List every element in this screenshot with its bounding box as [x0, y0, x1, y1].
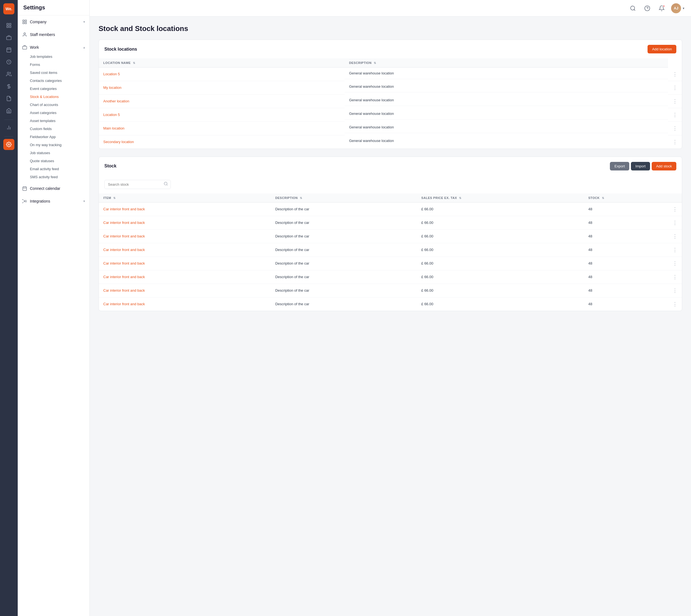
table-row: Car interior front and back Description …: [99, 243, 682, 257]
sidebar-item-company[interactable]: Company ▾: [18, 17, 89, 27]
sidebar-item-connect-calendar[interactable]: Connect calendar: [18, 183, 89, 194]
more-options-button[interactable]: ⋮: [672, 206, 677, 212]
location-name-cell: Another location: [99, 94, 345, 108]
stock-header-row: ITEM ⇅ DESCRIPTION ⇅ SALES PRICE EX. TAX…: [99, 194, 682, 202]
sidebar-item-saved-cost-items[interactable]: Saved cost items: [18, 69, 89, 76]
stock-desc-cell: Description of the car: [271, 284, 417, 297]
more-options-button[interactable]: ⋮: [672, 247, 677, 253]
stock-more-cell: ⋮: [668, 257, 682, 270]
more-options-button[interactable]: ⋮: [672, 85, 677, 91]
add-location-button[interactable]: Add location: [648, 45, 676, 53]
more-options-button[interactable]: ⋮: [672, 125, 677, 131]
nav-finance[interactable]: [3, 81, 15, 92]
more-options-button[interactable]: ⋮: [672, 287, 677, 293]
nav-calendar[interactable]: [3, 44, 15, 56]
stock-item-link[interactable]: Car interior front and back: [103, 234, 145, 238]
sidebar-item-asset-templates[interactable]: Asset templates: [18, 117, 89, 125]
stock-btn-group: Export Import Add stock: [610, 162, 676, 171]
svg-rect-18: [23, 187, 26, 191]
svg-point-7: [7, 72, 9, 74]
sidebar-item-staff[interactable]: Staff members: [18, 29, 89, 40]
app-logo[interactable]: We.: [3, 3, 15, 15]
nav-rail: We.: [0, 0, 18, 616]
sidebar-item-job-templates[interactable]: Job templates: [18, 52, 89, 61]
location-desc-text: General warehouse location: [349, 125, 664, 129]
sidebar-item-event-categories[interactable]: Event categories: [18, 85, 89, 93]
stock-item-link[interactable]: Car interior front and back: [103, 302, 145, 306]
more-options-button[interactable]: ⋮: [672, 233, 677, 239]
sidebar-item-sms-activity[interactable]: SMS activity feed: [18, 173, 89, 181]
svg-rect-17: [23, 46, 27, 49]
location-name-link[interactable]: My location: [103, 86, 122, 90]
table-row: Location 5 General warehouse location ⋮: [99, 67, 682, 81]
stock-price-cell: £ 66.00: [417, 297, 584, 311]
stock-item-link[interactable]: Car interior front and back: [103, 221, 145, 225]
add-stock-button[interactable]: Add stock: [652, 162, 676, 171]
sidebar-item-email-activity[interactable]: Email activity feed: [18, 165, 89, 173]
sidebar-item-custom-fields[interactable]: Custom fields: [18, 125, 89, 133]
nav-settings[interactable]: [3, 139, 15, 150]
col-item[interactable]: ITEM ⇅: [99, 194, 271, 202]
sidebar-item-forms[interactable]: Forms: [18, 61, 89, 69]
notifications-button[interactable]: [657, 3, 667, 13]
nav-time[interactable]: [3, 57, 15, 67]
col-stock[interactable]: STOCK ⇅: [584, 194, 668, 202]
location-name-link[interactable]: Location 5: [103, 72, 120, 76]
sidebar-item-asset-categories[interactable]: Asset categories: [18, 109, 89, 117]
stock-item-link[interactable]: Car interior front and back: [103, 275, 145, 279]
more-options-button[interactable]: ⋮: [672, 301, 677, 307]
stock-item-link[interactable]: Car interior front and back: [103, 207, 145, 211]
location-name-link[interactable]: Another location: [103, 99, 129, 103]
nav-contacts[interactable]: [3, 69, 15, 80]
col-description[interactable]: DESCRIPTION ⇅: [345, 59, 668, 67]
sidebar-item-work[interactable]: Work ▴: [18, 42, 89, 52]
nav-jobs[interactable]: [3, 32, 15, 43]
user-menu[interactable]: AJ ▾: [671, 3, 684, 13]
sidebar-item-job-statuses[interactable]: Job statuses: [18, 149, 89, 157]
nav-dashboard[interactable]: [3, 20, 15, 31]
sidebar-company-label: Company: [30, 20, 46, 24]
nav-stock[interactable]: [3, 105, 15, 116]
sidebar-item-chart-of-accounts[interactable]: Chart of accounts: [18, 101, 89, 109]
more-options-button[interactable]: ⋮: [672, 260, 677, 266]
col-price[interactable]: SALES PRICE EX. TAX ⇅: [417, 194, 584, 202]
stock-item-link[interactable]: Car interior front and back: [103, 261, 145, 265]
location-more-cell: ⋮: [668, 81, 682, 94]
sidebar-item-on-my-way[interactable]: On my way tracking: [18, 141, 89, 149]
table-row: Car interior front and back Description …: [99, 270, 682, 284]
export-button[interactable]: Export: [610, 162, 629, 171]
col-desc[interactable]: DESCRIPTION ⇅: [271, 194, 417, 202]
more-options-button[interactable]: ⋮: [672, 274, 677, 280]
stock-price-cell: £ 66.00: [417, 270, 584, 284]
nav-reports[interactable]: [3, 122, 15, 133]
location-name-link[interactable]: Secondary location: [103, 140, 134, 144]
nav-documents[interactable]: [3, 93, 15, 104]
location-name-link[interactable]: Main location: [103, 126, 125, 130]
sidebar-item-integrations[interactable]: Integrations ▾: [18, 196, 89, 206]
location-name-link[interactable]: Location 5: [103, 113, 120, 117]
stock-locations-header: Stock locations Add location: [99, 40, 682, 59]
more-options-button[interactable]: ⋮: [672, 139, 677, 145]
stock-tbody: Car interior front and back Description …: [99, 202, 682, 311]
more-options-button[interactable]: ⋮: [672, 220, 677, 226]
stock-price-cell: £ 66.00: [417, 229, 584, 243]
stock-more-cell: ⋮: [668, 270, 682, 284]
sidebar-item-stock-locations[interactable]: Stock & Locations: [18, 93, 89, 101]
sidebar-item-fieldworker-app[interactable]: Fieldworker App: [18, 133, 89, 141]
stock-item-link[interactable]: Car interior front and back: [103, 288, 145, 292]
svg-rect-5: [7, 48, 11, 52]
sidebar-item-quote-statuses[interactable]: Quote statuses: [18, 157, 89, 165]
search-input[interactable]: [104, 180, 171, 189]
location-name-cell: My location: [99, 81, 345, 94]
import-button[interactable]: Import: [631, 162, 650, 171]
avatar-initials: AJ: [671, 3, 681, 13]
more-options-button[interactable]: ⋮: [672, 112, 677, 118]
help-button[interactable]: [642, 3, 652, 13]
search-button[interactable]: [628, 3, 638, 13]
more-options-button[interactable]: ⋮: [672, 98, 677, 104]
col-location-name[interactable]: LOCATION NAME ⇅: [99, 59, 345, 67]
more-options-button[interactable]: ⋮: [672, 71, 677, 77]
stock-item-link[interactable]: Car interior front and back: [103, 248, 145, 252]
sidebar-item-contacts-categories[interactable]: Contacts categories: [18, 76, 89, 85]
sort-stock-icon: ⇅: [602, 197, 604, 199]
